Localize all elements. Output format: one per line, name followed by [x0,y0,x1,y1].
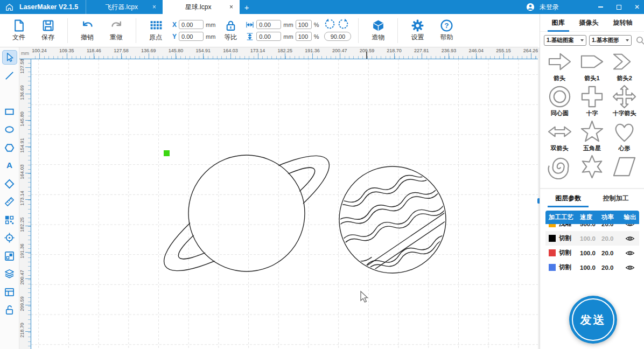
layer-row[interactable]: 切割100.020.0 [545,231,639,246]
shape-heart[interactable]: 心形 [608,119,641,152]
gear-icon [411,19,424,32]
process-tab-图层参数[interactable]: 图层参数 [555,190,581,207]
app-title: LaserMaker V2.1.5 [18,3,86,11]
shape-cross-arrow[interactable]: 十字箭头 [608,84,641,117]
ruler-label: 246.04 [468,48,484,53]
ruler-label: 209.59 [19,293,25,315]
lock-ratio-button[interactable]: 等比 [220,19,241,42]
process-tab-控制加工[interactable]: 控制加工 [603,190,629,207]
y-label: Y [172,33,177,40]
y-input[interactable] [179,32,204,41]
category-select-1[interactable]: 1.基础图案 [544,35,586,46]
ruler-label: 109.35 [59,48,74,53]
tool-layout[interactable] [2,285,17,299]
tool-ellipse[interactable] [2,122,17,137]
maximize-button[interactable] [612,0,626,14]
create-button[interactable]: 造物 [366,19,390,42]
tab-close-icon[interactable]: × [151,3,157,11]
tool-qrcode[interactable] [2,213,17,227]
shape-arrow1[interactable]: 箭头1 [576,49,608,82]
settings-button[interactable]: 设置 [405,19,430,42]
vertical-ruler: 127.58136.69145.80154.91164.03173.14182.… [19,59,31,349]
tool-line[interactable] [2,68,17,83]
redo-button[interactable]: 重做 [104,19,129,42]
shape-double-arrow[interactable]: 双箭头 [543,119,576,152]
new-tab-button[interactable]: + [240,3,254,12]
login-status[interactable]: 未登录 [540,3,559,12]
save-button[interactable]: 保存 [36,19,60,42]
document-tab[interactable]: 飞行器.lcpx× [86,0,163,14]
rotate-cw-button[interactable] [338,18,349,31]
svg-text:?: ? [444,22,449,30]
height-input[interactable] [256,32,281,41]
layer-color-chip[interactable] [549,224,556,227]
shape-concentric-circles[interactable]: 同心圆 [543,84,576,117]
shape-parallelogram[interactable] [608,154,641,185]
shape-label: 箭头2 [617,74,632,82]
shape-arrow[interactable]: 箭头 [543,49,576,82]
tool-polygon[interactable] [2,141,17,155]
rotate-ccw-button[interactable] [324,18,335,31]
panel-tab-摄像头[interactable]: 摄像头 [579,14,599,32]
tool-image[interactable] [2,249,17,263]
shape-gallery: 箭头箭头1箭头2同心圆十字十字箭头双箭头五角星心形 [540,48,644,185]
tool-position[interactable] [2,231,17,245]
search-icon[interactable] [635,36,644,46]
x-input[interactable] [179,20,204,29]
layer-table: 加工工艺速度功率输出 浅雕500.020.0切割100.020.0切割100.0… [545,211,639,275]
category-select-2[interactable]: 1.基本图形 [589,35,632,46]
visibility-eye-icon[interactable] [621,263,639,273]
tool-measure[interactable] [2,194,17,209]
shape-star-6[interactable] [576,154,608,185]
layer-row[interactable]: 切割100.020.0 [545,246,639,260]
user-avatar-icon[interactable] [526,2,535,12]
ruler-label: 173.14 [19,187,25,209]
minimize-button[interactable] [593,0,607,14]
visibility-eye-icon[interactable] [621,224,639,229]
shape-label: 箭头1 [584,74,599,82]
layer-color-chip[interactable] [549,249,556,256]
tab-close-icon[interactable]: × [228,3,234,11]
drawing-canvas[interactable] [31,59,538,349]
process-label: 切割 [559,249,571,257]
tool-unlock[interactable] [2,303,17,317]
ruler-label: 127.58 [19,59,25,77]
width-percent-input[interactable] [296,20,312,29]
layer-color-chip[interactable] [549,264,556,271]
tool-eraser[interactable] [2,177,17,191]
visibility-eye-icon[interactable] [621,248,639,258]
lock-icon [224,19,237,32]
visibility-eye-icon[interactable] [621,234,639,243]
shape-chevron[interactable]: 箭头2 [608,49,641,82]
document-tab[interactable]: 星球.lcpx× [163,0,240,14]
angle-input[interactable] [324,32,351,41]
layer-color-chip[interactable] [549,235,556,242]
help-button[interactable]: ? 帮助 [434,19,459,42]
send-button[interactable]: 发送 [569,296,617,344]
ruler-label: 154.91 [19,135,25,156]
height-percent-input[interactable] [296,32,312,41]
shape-cross[interactable]: 十字 [576,84,608,117]
tool-layers[interactable] [2,267,17,281]
power-value: 20.0 [601,250,621,256]
width-input[interactable] [256,20,281,29]
file-button[interactable]: 文件 [6,19,31,42]
canvas-object-saturn [151,138,342,289]
shape-star-5[interactable]: 五角星 [576,119,608,152]
undo-button[interactable]: 撤销 [75,19,100,42]
rotate-cw-icon [338,18,349,30]
close-button[interactable]: ✕ [630,0,644,14]
panel-tab-图库[interactable]: 图库 [552,14,565,32]
layer-row[interactable]: 浅雕500.020.0 [545,224,639,231]
ruler-label: 164.03 [223,48,238,53]
tool-curve[interactable] [2,86,17,101]
origin-button[interactable]: 原点 [143,19,168,42]
tool-select[interactable] [2,50,17,65]
panel-tab-旋转轴[interactable]: 旋转轴 [613,14,633,32]
tool-rectangle[interactable] [2,104,17,119]
layer-row[interactable]: 切割100.020.0 [545,260,639,275]
x-label: X [172,21,177,29]
shape-spiral[interactable] [543,154,576,185]
home-icon[interactable] [0,0,18,14]
tool-text[interactable]: A [2,158,17,173]
